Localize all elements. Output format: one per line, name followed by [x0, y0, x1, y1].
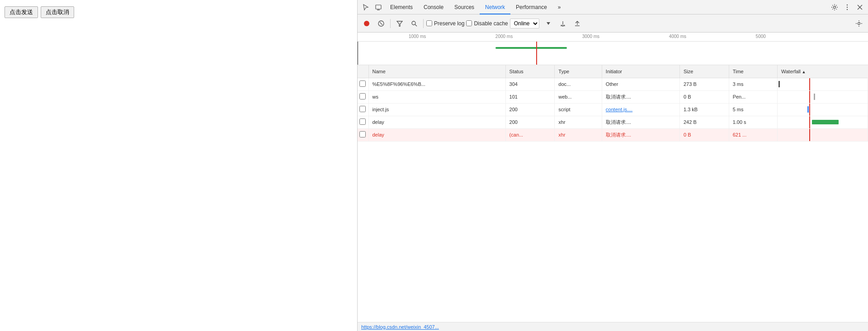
svg-point-2	[834, 6, 836, 8]
tick-5000ms: 5000	[756, 33, 766, 41]
cell-time: 3 ms	[729, 78, 777, 90]
status-link[interactable]: https://blog.csdn.net/weixin_4507...	[361, 324, 439, 330]
svg-point-3	[847, 4, 848, 5]
record-button[interactable]	[360, 17, 373, 30]
cell-name: delay	[368, 116, 505, 128]
table-body: %E5%8F%96%E6%B...304doc...Other273 B3 ms…	[358, 78, 868, 141]
cell-initiator: 取消请求....	[602, 90, 679, 103]
svg-rect-1	[377, 9, 380, 10]
svg-point-4	[847, 6, 848, 7]
cell-time: 621 ...	[729, 128, 777, 141]
row-checkbox[interactable]	[359, 80, 366, 87]
devtools-more-icon[interactable]	[841, 1, 854, 14]
col-waterfall[interactable]: Waterfall	[778, 65, 868, 78]
cell-waterfall	[778, 128, 868, 141]
clear-button[interactable]	[375, 17, 387, 30]
cell-initiator: 取消请求....	[602, 128, 679, 141]
col-time[interactable]: Time	[729, 65, 777, 78]
col-type[interactable]: Type	[555, 65, 602, 78]
waterfall-red-line	[809, 104, 810, 116]
table-row[interactable]: ws101web...取消请求....0 BPen...	[358, 90, 868, 103]
status-bar: https://blog.csdn.net/weixin_4507...	[358, 322, 868, 331]
cell-time: Pen...	[729, 90, 777, 103]
devtools-close-icon[interactable]	[854, 1, 866, 14]
cursor-icon[interactable]	[359, 1, 372, 14]
devtools-panel: Elements Console Sources Network Perform…	[357, 0, 868, 331]
col-checkbox	[358, 65, 368, 78]
waterfall-red-line	[809, 91, 810, 103]
cell-waterfall	[778, 103, 868, 116]
svg-point-8	[364, 21, 369, 26]
device-icon[interactable]	[372, 1, 385, 14]
waterfall-green-bar	[812, 120, 839, 124]
cell-status: 200	[505, 103, 555, 116]
cell-name: ws	[368, 90, 505, 103]
svg-point-12	[412, 21, 415, 25]
disable-cache-checkbox[interactable]	[466, 20, 472, 26]
table-row[interactable]: delay200xhr取消请求....242 B1.00 s	[358, 116, 868, 128]
svg-rect-0	[376, 5, 381, 9]
preserve-log-checkbox[interactable]	[426, 20, 432, 26]
cell-time: 5 ms	[729, 103, 777, 116]
cell-waterfall	[778, 116, 868, 128]
cell-name: inject.js	[368, 103, 505, 116]
row-checkbox[interactable]	[359, 118, 366, 125]
throttle-select[interactable]: Online	[510, 19, 539, 28]
timeline-ruler: 1000 ms 2000 ms 3000 ms 4000 ms 5000	[358, 33, 868, 65]
table-row[interactable]: inject.js200scriptcontent.js....1.3 kB5 …	[358, 103, 868, 116]
disable-cache-label[interactable]: Disable cache	[466, 20, 508, 27]
svg-marker-11	[397, 21, 402, 26]
row-checkbox[interactable]	[359, 106, 366, 112]
col-size[interactable]: Size	[679, 65, 729, 78]
tab-network[interactable]: Network	[480, 0, 510, 14]
row-checkbox[interactable]	[359, 131, 366, 137]
toolbar-divider-1	[390, 19, 391, 28]
left-panel: 点击发送 点击取消	[0, 0, 357, 331]
waterfall-red-line	[809, 116, 810, 128]
waterfall-red-line	[809, 78, 810, 90]
network-settings-icon[interactable]	[853, 17, 865, 30]
cell-status: 101	[505, 90, 555, 103]
preserve-log-label[interactable]: Preserve log	[426, 20, 464, 27]
cell-type: xhr	[555, 128, 602, 141]
tab-console[interactable]: Console	[418, 0, 449, 14]
tab-sources[interactable]: Sources	[449, 0, 480, 14]
tick-3000ms: 3000 ms	[582, 33, 599, 41]
cell-size: 0 B	[679, 90, 729, 103]
table-row[interactable]: %E5%8F%96%E6%B...304doc...Other273 B3 ms	[358, 78, 868, 90]
requests-table: Name Status Type Initiator Size Time Wat…	[358, 65, 868, 142]
network-toolbar: Preserve log Disable cache Online	[358, 14, 868, 33]
col-status[interactable]: Status	[505, 65, 555, 78]
waterfall-dark-dot	[778, 81, 780, 87]
row-checkbox[interactable]	[359, 93, 366, 99]
timeline-dark-line	[358, 42, 358, 65]
devtools-settings-icon[interactable]	[828, 1, 841, 14]
svg-line-13	[415, 24, 417, 26]
tick-1000ms: 1000 ms	[409, 33, 426, 41]
waterfall-gray-dot	[814, 94, 815, 100]
table-row[interactable]: delay(can...xhr取消请求....0 B621 ...	[358, 128, 868, 141]
col-initiator[interactable]: Initiator	[602, 65, 679, 78]
search-button[interactable]	[408, 17, 420, 30]
svg-point-5	[847, 9, 848, 9]
tab-performance[interactable]: Performance	[510, 0, 552, 14]
tab-elements[interactable]: Elements	[385, 0, 418, 14]
throttle-dropdown-icon[interactable]	[542, 17, 555, 30]
tab-more[interactable]: »	[552, 0, 566, 14]
toolbar-divider-2	[423, 19, 424, 28]
cell-waterfall	[778, 78, 868, 90]
svg-marker-14	[547, 22, 550, 25]
tick-4000ms: 4000 ms	[669, 33, 686, 41]
timeline-bars	[358, 42, 868, 65]
cell-name: %E5%8F%96%E6%B...	[368, 78, 505, 90]
send-button[interactable]: 点击发送	[5, 6, 38, 18]
tick-2000ms: 2000 ms	[495, 33, 513, 41]
cell-waterfall	[778, 90, 868, 103]
import-har-button[interactable]	[557, 17, 569, 30]
col-name[interactable]: Name	[368, 65, 505, 78]
export-har-button[interactable]	[571, 17, 584, 30]
cell-size: 242 B	[679, 116, 729, 128]
button-group: 点击发送 点击取消	[5, 6, 353, 18]
cancel-button[interactable]: 点击取消	[41, 6, 74, 18]
filter-button[interactable]	[393, 17, 406, 30]
